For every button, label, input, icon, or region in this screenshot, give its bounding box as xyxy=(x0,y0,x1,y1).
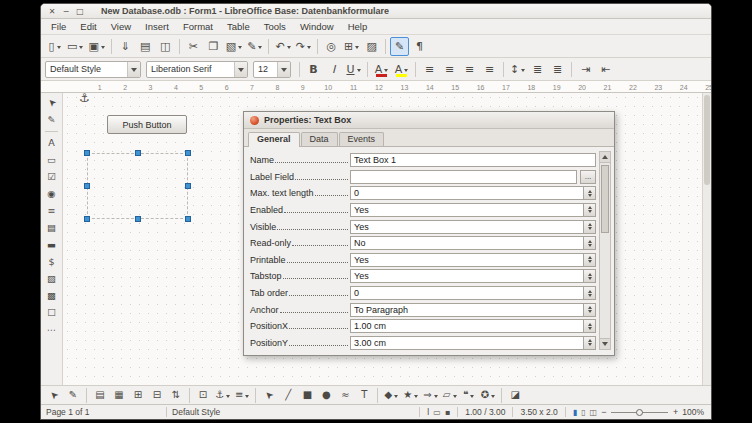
zoom-slider[interactable] xyxy=(611,407,668,417)
label-field-button[interactable]: A xyxy=(43,135,60,151)
spin-up-icon[interactable] xyxy=(588,304,592,309)
design-mode-button[interactable]: ✎ xyxy=(64,387,82,404)
font-name-combo[interactable]: Liberation Serif xyxy=(146,61,248,78)
insert-text-box-button[interactable]: T xyxy=(355,387,373,404)
underline-button[interactable]: U xyxy=(344,60,363,79)
property-value-input[interactable]: 0 xyxy=(350,286,584,300)
selection-handle-top-left[interactable] xyxy=(84,150,90,156)
menu-item[interactable]: Help xyxy=(341,20,375,33)
select-button[interactable]: ➤ xyxy=(43,95,60,111)
option-button[interactable]: ◉ xyxy=(43,186,60,202)
spin-down-icon[interactable] xyxy=(588,310,592,315)
scroll-up-icon[interactable] xyxy=(600,152,610,163)
position-size-button[interactable]: ⊡ xyxy=(194,387,212,404)
spin-down-icon[interactable] xyxy=(588,244,592,249)
italic-button[interactable]: I xyxy=(324,60,343,79)
paragraph-style-combo[interactable]: Default Style xyxy=(45,61,141,78)
property-value-input[interactable]: Yes xyxy=(350,220,584,234)
align-justify-button[interactable]: ≡ xyxy=(480,60,499,79)
change-anchor-button[interactable]: ⚓ xyxy=(213,387,232,404)
tab-data[interactable]: Data xyxy=(301,132,338,146)
horizontal-ruler[interactable]: 1234567891011121314151617181920212223242… xyxy=(41,81,711,93)
table-button[interactable]: ⊞ xyxy=(342,37,361,56)
control-properties-button[interactable]: ▤ xyxy=(91,387,109,404)
form-navigator-button[interactable]: ⊞ xyxy=(129,387,147,404)
check-box-button[interactable]: ☑ xyxy=(43,169,60,185)
highlight-color-button[interactable]: A xyxy=(392,60,411,79)
paste-button[interactable]: ▧ xyxy=(224,37,244,56)
symbol-shapes-button[interactable]: ★ xyxy=(401,387,420,404)
multi-page-view-button[interactable]: ▯ xyxy=(579,408,587,417)
scroll-down-icon[interactable] xyxy=(600,338,610,349)
save-button[interactable]: ▣ xyxy=(86,37,106,56)
selection-handle-middle-right[interactable] xyxy=(185,183,191,189)
pattern-field-button[interactable]: ▩ xyxy=(43,288,60,304)
group-box-button[interactable]: ☐ xyxy=(43,305,60,321)
dialog-scrollbar[interactable] xyxy=(599,151,611,350)
print-button[interactable]: ▤ xyxy=(136,37,155,56)
new-document-button[interactable]: ▯ xyxy=(45,37,64,56)
activation-order-button[interactable]: ⇅ xyxy=(167,387,185,404)
block-arrows-button[interactable]: ⇒ xyxy=(421,387,439,404)
object-position[interactable]: 1.00 / 3.00 xyxy=(463,407,507,417)
property-value-input[interactable]: 0 xyxy=(350,186,584,200)
selection-handle-bottom-left[interactable] xyxy=(84,216,90,222)
scrollbar-thumb[interactable] xyxy=(601,165,609,233)
flowchart-button[interactable]: ▱ xyxy=(441,387,459,404)
export-pdf-button[interactable]: ⇓ xyxy=(116,37,135,56)
undo-button[interactable]: ↶ xyxy=(273,37,292,56)
property-value-input[interactable]: Text Box 1 xyxy=(350,153,596,167)
dialog-title-bar[interactable]: Properties: Text Box xyxy=(244,112,614,129)
spin-down-icon[interactable] xyxy=(588,277,592,282)
selection-mode-indicator[interactable]: ▭ xyxy=(431,408,443,417)
stars-banners-button[interactable]: ✪ xyxy=(479,387,497,404)
push-button-control[interactable]: Push Button xyxy=(107,115,187,134)
formatting-marks-button[interactable]: ¶ xyxy=(410,37,429,56)
align-right-button[interactable]: ≡ xyxy=(460,60,479,79)
more-controls-button[interactable]: ⋯ xyxy=(43,322,60,338)
form-properties-button[interactable]: ▦ xyxy=(110,387,128,404)
redo-button[interactable]: ↷ xyxy=(294,37,313,56)
menu-item[interactable]: File xyxy=(44,20,73,33)
spin-up-icon[interactable] xyxy=(588,321,592,326)
bold-button[interactable]: B xyxy=(304,60,323,79)
spin-down-icon[interactable] xyxy=(588,260,592,265)
font-color-button[interactable]: A xyxy=(372,60,391,79)
property-value-input[interactable]: Yes xyxy=(350,203,584,217)
selection-handle-middle-left[interactable] xyxy=(84,183,90,189)
add-field-button[interactable]: ⊟ xyxy=(148,387,166,404)
minimize-button[interactable]: − xyxy=(61,6,71,17)
curve-button[interactable]: ≈ xyxy=(336,387,354,404)
property-value-input[interactable] xyxy=(350,170,577,184)
spin-up-icon[interactable] xyxy=(588,254,592,259)
increase-indent-button[interactable]: ⇥ xyxy=(576,60,595,79)
align-center-button[interactable]: ≡ xyxy=(440,60,459,79)
zoom-percentage[interactable]: 100% xyxy=(680,407,706,417)
rectangle-button[interactable]: ■ xyxy=(298,387,316,404)
combo-box-button[interactable]: ▤ xyxy=(43,220,60,236)
zoom-slider-thumb[interactable] xyxy=(636,409,643,416)
selection-handle-top-middle[interactable] xyxy=(135,150,141,156)
spin-up-icon[interactable] xyxy=(588,337,592,342)
zoom-out-button[interactable]: − xyxy=(599,407,608,417)
menu-item[interactable]: Window xyxy=(293,20,341,33)
menu-item[interactable]: View xyxy=(104,20,138,33)
design-mode-button[interactable]: ✎ xyxy=(390,37,409,56)
scrollbar-thumb[interactable] xyxy=(704,95,710,185)
spin-down-icon[interactable] xyxy=(588,327,592,332)
extrusion-button[interactable]: ◪ xyxy=(506,387,524,404)
page-style[interactable]: Default Style xyxy=(172,407,414,417)
book-view-button[interactable]: ◫ xyxy=(588,408,600,417)
align-objects-button[interactable]: ≡ xyxy=(233,387,251,404)
select-button[interactable]: ➤ xyxy=(45,387,63,404)
push-button-tool[interactable]: ▬ xyxy=(43,237,60,253)
find-replace-button[interactable]: ◎ xyxy=(322,37,341,56)
selected-text-box-control[interactable] xyxy=(87,153,188,219)
tab-events[interactable]: Events xyxy=(339,132,385,146)
spin-down-icon[interactable] xyxy=(588,210,592,215)
spin-down-icon[interactable] xyxy=(588,194,592,199)
menu-item[interactable]: Table xyxy=(220,20,257,33)
menu-item[interactable]: Tools xyxy=(257,20,293,33)
callouts-button[interactable]: ❝ xyxy=(460,387,478,404)
spin-up-icon[interactable] xyxy=(588,188,592,193)
